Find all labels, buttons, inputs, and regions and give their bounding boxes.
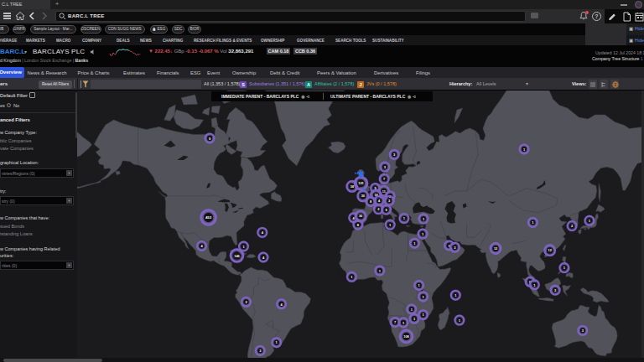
svg-text:121: 121: [358, 181, 364, 185]
svg-text:30: 30: [361, 194, 365, 198]
svg-text:11: 11: [382, 190, 386, 194]
svg-text:12: 12: [494, 247, 497, 251]
svg-text:12: 12: [548, 249, 552, 252]
svg-text:453: 453: [205, 215, 212, 220]
svg-text:146: 146: [234, 254, 240, 258]
svg-text:108: 108: [403, 334, 409, 339]
svg-text:30: 30: [359, 215, 362, 218]
